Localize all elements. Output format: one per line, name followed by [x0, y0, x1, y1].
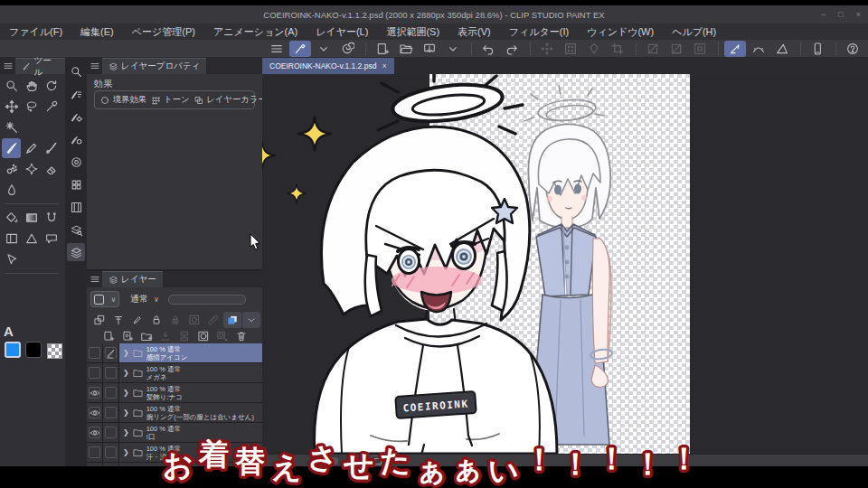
main-color-swatch[interactable] [5, 342, 21, 358]
color-wheel-dock-icon[interactable] [67, 153, 85, 171]
menu-item[interactable]: ページ管理(P) [123, 25, 204, 39]
canvas-surface[interactable]: COEIROINK [262, 74, 868, 454]
snap-ruler-icon[interactable] [724, 41, 746, 57]
brush-chevron-icon[interactable] [313, 41, 335, 57]
separator[interactable] [636, 42, 637, 55]
frame-border-tool-icon[interactable] [2, 229, 21, 249]
editing-cell[interactable] [103, 343, 119, 362]
髪飾り:ナコ[interactable]: ❯ 100 % 通常 髪飾り:ナコ [87, 383, 262, 403]
wand-tool-icon[interactable] [2, 117, 21, 137]
brush-size-dock-icon[interactable] [67, 130, 85, 148]
save-file-icon[interactable] [419, 41, 440, 57]
new-vector-layer-icon[interactable] [118, 328, 137, 344]
tone-effect-button[interactable]: トーン [150, 94, 189, 106]
expand-caret-icon[interactable]: ❯ [123, 428, 129, 436]
screen-tone-icon[interactable] [560, 41, 581, 57]
ruler-icon[interactable] [204, 312, 222, 328]
maximize-button[interactable]: □ [838, 10, 843, 19]
draft-layer-icon[interactable] [128, 312, 146, 328]
eyedropper-tool-icon[interactable] [42, 97, 61, 117]
editing-cell[interactable] [103, 363, 119, 382]
move-tool-icon[interactable] [2, 97, 21, 117]
visibility-cell[interactable] [87, 383, 103, 402]
subtool-dock-icon[interactable] [67, 85, 85, 103]
lock-alpha-icon[interactable] [166, 312, 184, 328]
visibility-cell[interactable] [87, 363, 103, 382]
deselect-icon[interactable] [642, 41, 664, 57]
menu-item[interactable]: ウィンドウ(W) [578, 25, 663, 39]
gradient-tool-icon[interactable] [22, 208, 41, 228]
editing-cell[interactable] [103, 383, 119, 402]
snap-curve-ruler-icon[interactable] [748, 41, 769, 57]
figure-tool-icon[interactable] [22, 229, 41, 249]
editing-cell[interactable] [103, 443, 119, 462]
apply-mask-icon[interactable] [213, 328, 231, 344]
hand-tool-icon[interactable] [22, 76, 41, 96]
transfer-down-icon[interactable] [156, 328, 175, 344]
メガネ[interactable]: ❯ 100 % 通常 メガネ [87, 363, 262, 383]
separator[interactable] [471, 42, 472, 55]
rotate-tool-icon[interactable] [42, 76, 61, 96]
pen-tool-icon[interactable] [2, 138, 21, 158]
pencil-tool-icon[interactable] [22, 138, 41, 158]
eraser-tool-icon[interactable] [42, 159, 61, 179]
visibility-cell[interactable] [87, 443, 103, 462]
zoom-tool-icon[interactable] [2, 76, 21, 96]
enable-mask-icon[interactable] [185, 312, 203, 328]
layer-property-dock-icon[interactable] [67, 243, 85, 261]
separator[interactable] [835, 42, 836, 55]
layer-color-chevron-icon[interactable] [242, 312, 260, 328]
main-menu-icon[interactable] [266, 41, 288, 57]
launcher-dots-icon[interactable] [536, 41, 558, 57]
menu-item[interactable]: ヘルプ(H) [663, 25, 725, 39]
panel-menu-icon[interactable] [90, 274, 100, 285]
close-button[interactable]: × [856, 10, 861, 19]
reference-layer-icon[interactable] [109, 312, 127, 328]
palette-selector[interactable]: ∨ [90, 291, 119, 307]
expand-caret-icon[interactable]: ❯ [123, 448, 129, 456]
panel-menu-icon[interactable] [3, 61, 14, 71]
blend-mode-select[interactable]: 通常 [130, 293, 148, 305]
opacity-slider[interactable] [168, 295, 246, 305]
menu-item[interactable]: フィルター(I) [500, 25, 578, 39]
menu-item[interactable]: ファイル(F) [0, 25, 71, 39]
sub-color-swatch[interactable] [25, 342, 42, 358]
editing-cell[interactable] [103, 423, 119, 442]
lock-layer-icon[interactable] [147, 312, 165, 328]
separator[interactable] [800, 42, 801, 55]
tool-property-dock-icon[interactable] [67, 108, 85, 126]
blend-tool-icon[interactable] [2, 180, 21, 200]
correct-line-tool-icon[interactable] [2, 249, 21, 269]
腕リング(一部の服とは合いません)[interactable]: ❯ 100 % 通常 腕リング(一部の服とは合いません) [87, 403, 262, 423]
editing-cell[interactable] [103, 403, 119, 422]
selection-border-icon[interactable] [689, 41, 711, 57]
menu-item[interactable]: アニメーション(A) [204, 25, 307, 39]
clip-to-layer-icon[interactable] [90, 312, 108, 328]
tab-close-icon[interactable]: × [382, 61, 386, 70]
new-folder-icon[interactable] [137, 328, 156, 344]
layer-search-dock-icon[interactable] [67, 221, 85, 239]
separator[interactable] [718, 42, 719, 55]
border-effect-button[interactable]: 境界効果 [99, 94, 146, 106]
undo-icon[interactable] [477, 41, 499, 57]
new-document-icon[interactable] [372, 41, 393, 57]
visibility-cell[interactable] [87, 343, 103, 362]
new-raster-layer-icon[interactable] [99, 328, 118, 344]
merge-down-icon[interactable] [175, 328, 193, 344]
menu-item[interactable]: 編集(E) [71, 25, 123, 39]
clip-studio-logo-icon[interactable] [336, 41, 358, 57]
material-gem-icon[interactable] [583, 41, 605, 57]
expand-caret-icon[interactable]: ❯ [123, 369, 129, 377]
save-chevron-icon[interactable] [442, 41, 464, 57]
expand-caret-icon[interactable]: ❯ [123, 349, 129, 357]
tab-tools[interactable]: ツール [15, 58, 65, 74]
canvas-tab[interactable]: COEIROINK-NAKO-v.1.1.2.psd × [262, 58, 394, 74]
liquify-tool-icon[interactable] [42, 208, 61, 228]
panel-menu-icon[interactable] [90, 61, 100, 71]
divider[interactable] [2, 270, 61, 277]
layer-color-chip-icon[interactable] [223, 312, 241, 328]
balloon-tool-icon[interactable] [42, 229, 61, 249]
visibility-cell[interactable] [87, 423, 103, 442]
minimize-button[interactable]: – [821, 10, 826, 19]
separator[interactable] [365, 42, 366, 55]
